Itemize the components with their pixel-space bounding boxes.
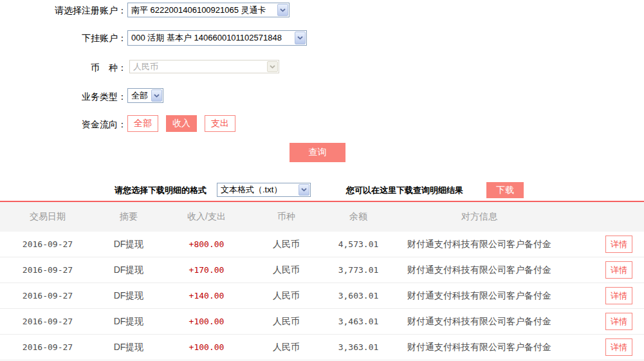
cell-summary: DF提现 xyxy=(95,290,162,302)
detail-button[interactable]: 详情 xyxy=(605,287,632,304)
detail-button[interactable]: 详情 xyxy=(605,313,632,330)
download-format-label: 请您选择下载明细的格式 xyxy=(115,185,207,196)
cell-date: 2016-09-27 xyxy=(0,317,95,326)
cell-currency: 人民币 xyxy=(251,290,322,302)
detail-button[interactable]: 详情 xyxy=(605,338,632,356)
cell-counterparty: 财付通支付科技有限公司客户备付金 xyxy=(395,342,564,353)
table-header-row: 交易日期 摘要 收入/支出 币种 余额 对方信息 xyxy=(0,202,644,232)
table-row: 2016-09-27 DF提现 +100.00 人民币 3,363.01 财付通… xyxy=(0,335,644,360)
table-row: 2016-09-27 DF提现 +170.00 人民币 3,773.01 财付通… xyxy=(0,257,644,283)
cell-summary: DF提现 xyxy=(95,239,162,250)
download-button[interactable]: 下载 xyxy=(486,182,524,198)
cell-balance: 4,573.01 xyxy=(322,239,395,249)
fund-flow-label: 资金流向： xyxy=(0,119,127,131)
header-summary: 摘要 xyxy=(95,211,162,223)
cell-date: 2016-09-27 xyxy=(0,239,95,249)
cell-date: 2016-09-27 xyxy=(0,291,95,301)
header-date: 交易日期 xyxy=(0,211,95,223)
cell-balance: 3,773.01 xyxy=(322,265,395,275)
sub-account-label: 下挂账户： xyxy=(0,33,127,44)
cell-summary: DF提现 xyxy=(95,342,162,353)
currency-select: 人民币 xyxy=(129,60,279,73)
business-type-label: 业务类型： xyxy=(0,91,127,103)
chevron-down-icon xyxy=(299,184,309,196)
query-button[interactable]: 查询 xyxy=(290,143,345,162)
cell-counterparty: 财付通支付科技有限公司客户备付金 xyxy=(395,264,564,276)
cell-summary: DF提现 xyxy=(95,264,162,276)
business-type-select[interactable]: 全部 xyxy=(127,88,163,103)
table-row: 2016-09-27 DF提现 +800.00 人民币 4,573.01 财付通… xyxy=(0,232,644,257)
cell-currency: 人民币 xyxy=(251,316,322,328)
download-format-select[interactable]: 文本格式（.txt） xyxy=(217,183,311,197)
table-row: 2016-09-27 DF提现 +140.00 人民币 3,603.01 财付通… xyxy=(0,283,644,309)
chevron-down-icon xyxy=(277,4,288,16)
cell-amount: +170.00 xyxy=(162,265,251,275)
cell-balance: 3,363.01 xyxy=(322,342,395,352)
table-row: 2016-09-27 DF提现 +100.00 人民币 3,463.01 财付通… xyxy=(0,309,644,335)
detail-button[interactable]: 详情 xyxy=(605,261,632,279)
sub-account-value: 000 活期 基本户 1406600101102571848 xyxy=(131,32,282,44)
cell-counterparty: 财付通支付科技有限公司客户备付金 xyxy=(395,239,564,250)
cell-amount: +800.00 xyxy=(162,239,251,249)
header-balance: 余额 xyxy=(322,211,395,223)
cell-date: 2016-09-27 xyxy=(0,265,95,275)
register-account-label: 请选择注册账户： xyxy=(0,5,127,17)
chevron-down-icon xyxy=(151,89,162,102)
cell-balance: 3,603.01 xyxy=(322,291,395,301)
cell-amount: +100.00 xyxy=(162,317,251,326)
flow-income-button[interactable]: 收入 xyxy=(166,115,197,132)
register-account-select[interactable]: 南平 6222001406100921065 灵通卡 xyxy=(127,3,290,17)
header-currency: 币种 xyxy=(251,211,322,223)
flow-expense-button[interactable]: 支出 xyxy=(205,115,235,132)
cell-counterparty: 财付通支付科技有限公司客户备付金 xyxy=(395,316,564,328)
cell-balance: 3,463.01 xyxy=(322,317,395,326)
cell-amount: +100.00 xyxy=(162,342,251,352)
currency-value: 人民币 xyxy=(133,61,158,73)
cell-date: 2016-09-27 xyxy=(0,342,95,352)
cell-counterparty: 财付通支付科技有限公司客户备付金 xyxy=(395,290,564,302)
header-counterparty: 对方信息 xyxy=(395,211,564,223)
transactions-table: 交易日期 摘要 收入/支出 币种 余额 对方信息 2016-09-27 DF提现… xyxy=(0,201,644,360)
download-format-value: 文本格式（.txt） xyxy=(221,184,282,196)
cell-currency: 人民币 xyxy=(251,342,322,353)
download-hint-text: 您可以在这里下载查询明细结果 xyxy=(346,185,463,196)
cell-currency: 人民币 xyxy=(251,264,322,276)
register-account-value: 南平 6222001406100921065 灵通卡 xyxy=(131,5,266,16)
cell-currency: 人民币 xyxy=(251,239,322,250)
currency-label: 币 种： xyxy=(0,62,127,74)
header-amount: 收入/支出 xyxy=(162,211,251,223)
chevron-down-icon xyxy=(267,61,278,72)
query-form: 请选择注册账户： 南平 6222001406100921065 灵通卡 下挂账户… xyxy=(0,0,644,201)
sub-account-select[interactable]: 000 活期 基本户 1406600101102571848 xyxy=(127,30,307,46)
cell-summary: DF提现 xyxy=(95,316,162,328)
detail-button[interactable]: 详情 xyxy=(605,236,632,253)
business-type-value: 全部 xyxy=(131,90,148,102)
cell-amount: +140.00 xyxy=(162,291,251,301)
flow-all-button[interactable]: 全部 xyxy=(127,115,158,132)
chevron-down-icon xyxy=(295,32,306,44)
